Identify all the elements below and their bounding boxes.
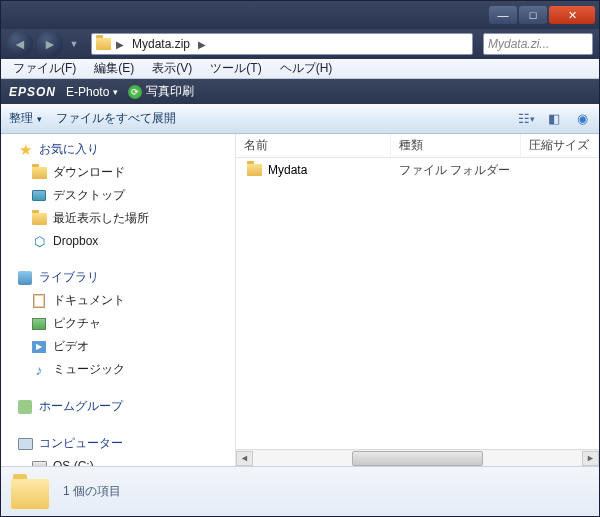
folder-icon [11,473,49,511]
epson-ephoto[interactable]: E-Photo ▾ [66,85,118,99]
epson-print[interactable]: ⟳写真印刷 [128,83,194,100]
file-name: Mydata [268,163,307,177]
history-dropdown[interactable]: ▼ [67,35,81,53]
sidebar-item-music[interactable]: ♪ミュージック [1,358,235,381]
body: ★お気に入り ダウンロード デスクトップ 最近表示した場所 ⬡Dropbox ラ… [1,134,599,466]
print-icon: ⟳ [128,85,142,99]
help-button[interactable]: ◉ [573,111,591,127]
epson-toolbar: EPSON E-Photo ▾ ⟳写真印刷 [1,79,599,104]
breadcrumb-item[interactable]: Mydata.zip [128,37,194,51]
column-type[interactable]: 種類 [391,134,521,157]
library-icon [17,270,33,286]
column-name[interactable]: 名前 [236,134,391,157]
titlebar[interactable]: ― □ ✕ [1,1,599,29]
video-icon: ▶ [31,339,47,355]
back-button[interactable]: ◄ [7,31,33,57]
forward-button[interactable]: ► [37,31,63,57]
preview-pane-button[interactable]: ◧ [545,111,563,127]
minimize-button[interactable]: ― [489,6,517,24]
folder-icon [94,35,112,53]
close-button[interactable]: ✕ [549,6,595,24]
computer-icon [17,436,33,452]
file-type: ファイル フォルダー [391,162,521,179]
breadcrumb[interactable]: ▶ Mydata.zip ▶ [91,33,473,55]
picture-icon [31,316,47,332]
scroll-left-button[interactable]: ◄ [236,451,253,466]
sidebar-libraries[interactable]: ライブラリ [1,266,235,289]
homegroup-icon [17,399,33,415]
sidebar-favorites[interactable]: ★お気に入り [1,138,235,161]
sidebar-item-downloads[interactable]: ダウンロード [1,161,235,184]
sidebar-item-desktop[interactable]: デスクトップ [1,184,235,207]
music-icon: ♪ [31,362,47,378]
column-size[interactable]: 圧縮サイズ [521,134,599,157]
menu-help[interactable]: ヘルプ(H) [272,58,341,79]
menu-edit[interactable]: 編集(E) [86,58,142,79]
sidebar-item-recent[interactable]: 最近表示した場所 [1,207,235,230]
menu-file[interactable]: ファイル(F) [5,58,84,79]
drive-icon [31,458,47,466]
scroll-thumb[interactable] [352,451,484,466]
folder-icon [31,165,47,181]
epson-logo: EPSON [9,85,56,99]
dropbox-icon: ⬡ [31,233,47,249]
menubar: ファイル(F) 編集(E) 表示(V) ツール(T) ヘルプ(H) [1,59,599,79]
sidebar-homegroup[interactable]: ホームグループ [1,395,235,418]
file-row[interactable]: Mydata ファイル フォルダー [236,158,599,180]
sidebar-item-videos[interactable]: ▶ビデオ [1,335,235,358]
status-text: 1 個の項目 [63,483,121,500]
command-bar: 整理 ▾ ファイルをすべて展開 ☷ ▾ ◧ ◉ [1,104,599,134]
organize-button[interactable]: 整理 ▾ [9,110,42,127]
maximize-button[interactable]: □ [519,6,547,24]
search-placeholder: Mydata.zi... [488,37,549,51]
explorer-window: ― □ ✕ ◄ ► ▼ ▶ Mydata.zip ▶ Mydata.zi... … [0,0,600,517]
search-input[interactable]: Mydata.zi... [483,33,593,55]
file-rows[interactable]: Mydata ファイル フォルダー [236,158,599,449]
view-options-button[interactable]: ☷ ▾ [517,111,535,127]
extract-all-button[interactable]: ファイルをすべて展開 [56,110,176,127]
star-icon: ★ [17,142,33,158]
scroll-right-button[interactable]: ► [582,451,599,466]
column-headers: 名前 種類 圧縮サイズ [236,134,599,158]
desktop-icon [31,188,47,204]
menu-view[interactable]: 表示(V) [144,58,200,79]
sidebar-item-drive-c[interactable]: OS (C:) [1,455,235,466]
horizontal-scrollbar[interactable]: ◄ ► [236,449,599,466]
chevron-right-icon[interactable]: ▶ [194,39,210,50]
sidebar-computer[interactable]: コンピューター [1,432,235,455]
folder-icon [246,162,262,178]
file-list: 名前 種類 圧縮サイズ Mydata ファイル フォルダー ◄ ► [236,134,599,466]
document-icon [31,293,47,309]
scroll-track[interactable] [253,451,582,466]
sidebar-item-pictures[interactable]: ピクチャ [1,312,235,335]
chevron-right-icon[interactable]: ▶ [112,39,128,50]
sidebar-item-documents[interactable]: ドキュメント [1,289,235,312]
status-bar: 1 個の項目 [1,466,599,516]
nav-bar: ◄ ► ▼ ▶ Mydata.zip ▶ Mydata.zi... [1,29,599,59]
folder-icon [31,211,47,227]
nav-pane[interactable]: ★お気に入り ダウンロード デスクトップ 最近表示した場所 ⬡Dropbox ラ… [1,134,236,466]
menu-tool[interactable]: ツール(T) [202,58,269,79]
sidebar-item-dropbox[interactable]: ⬡Dropbox [1,230,235,252]
